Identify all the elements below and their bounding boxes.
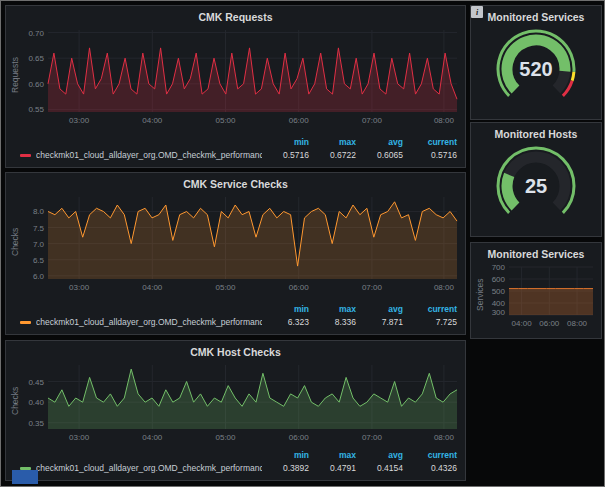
stat-avg: 0.6065 — [358, 149, 403, 162]
svg-text:0.55: 0.55 — [28, 105, 44, 114]
grafana-dashboard: CMK Requests Requests 0.550.600.650.7003… — [0, 0, 605, 487]
cmk-service-checks-chart[interactable]: 6.06.57.07.58.003:0004:0005:0006:0007:00… — [22, 192, 461, 292]
cmk-requests-chart[interactable]: 0.550.600.650.7003:0004:0005:0006:0007:0… — [22, 25, 461, 125]
panel-monitored-services-gauge: i Monitored Services 520 — [470, 5, 602, 120]
stat-current: 7.725 — [405, 316, 457, 329]
y-axis-label: Checks — [10, 192, 22, 292]
panel-title-cmk-requests[interactable]: CMK Requests — [10, 10, 461, 25]
svg-text:600: 600 — [492, 275, 506, 284]
panel-cmk-service-checks: CMK Service Checks Checks 6.06.57.07.58.… — [5, 172, 466, 335]
svg-text:05:00: 05:00 — [215, 116, 236, 125]
svg-text:05:00: 05:00 — [215, 433, 236, 442]
svg-text:06:00: 06:00 — [289, 433, 310, 442]
svg-text:08:00: 08:00 — [434, 433, 455, 442]
monitored-services-trend-chart[interactable]: 30040050060070004:0006:0008:00 — [487, 262, 597, 328]
svg-text:0.35: 0.35 — [28, 419, 44, 428]
svg-text:6.0: 6.0 — [33, 272, 45, 281]
stat-min: 0.3892 — [264, 462, 309, 475]
svg-text:8.0: 8.0 — [33, 207, 45, 216]
stat-avg: 0.4154 — [358, 462, 403, 475]
panel-title-cmk-host-checks[interactable]: CMK Host Checks — [10, 345, 461, 360]
svg-text:03:00: 03:00 — [69, 283, 90, 292]
svg-text:08:00: 08:00 — [434, 283, 455, 292]
legend-header-min[interactable]: min — [264, 449, 309, 462]
svg-text:08:00: 08:00 — [567, 319, 588, 328]
svg-text:03:00: 03:00 — [69, 433, 90, 442]
svg-text:700: 700 — [492, 263, 506, 272]
series-color-marker — [20, 154, 31, 157]
stat-max: 0.6722 — [311, 149, 356, 162]
cmk-host-checks-chart[interactable]: 0.350.400.4503:0004:0005:0006:0007:0008:… — [22, 360, 461, 442]
svg-text:06:00: 06:00 — [289, 283, 310, 292]
series-label[interactable]: checkmk01_cloud_alldayer_org.OMD_checkmk… — [36, 316, 262, 329]
blue-accent-badge — [12, 470, 38, 484]
panel-title-cmk-service-checks[interactable]: CMK Service Checks — [10, 177, 461, 192]
panel-title-monitored-hosts[interactable]: Monitored Hosts — [475, 127, 597, 142]
panel-monitored-services-trend: Monitored Services Services 300400500600… — [470, 242, 602, 339]
svg-text:0.40: 0.40 — [28, 398, 44, 407]
stat-max: 8.336 — [311, 316, 356, 329]
y-axis-label: Checks — [10, 360, 22, 442]
svg-text:6.5: 6.5 — [33, 256, 45, 265]
svg-text:500: 500 — [492, 287, 506, 296]
svg-text:04:00: 04:00 — [512, 319, 533, 328]
svg-text:07:00: 07:00 — [362, 283, 383, 292]
svg-text:06:00: 06:00 — [289, 116, 310, 125]
legend-header-avg[interactable]: avg — [358, 303, 403, 316]
legend-header-max[interactable]: max — [311, 449, 356, 462]
legend-header-avg[interactable]: avg — [358, 136, 403, 149]
svg-text:04:00: 04:00 — [142, 433, 163, 442]
svg-text:7.0: 7.0 — [33, 240, 45, 249]
panel-cmk-requests: CMK Requests Requests 0.550.600.650.7003… — [5, 5, 466, 168]
legend-header-max[interactable]: max — [311, 136, 356, 149]
legend: min max avg current checkmk01_cloud_alld… — [10, 136, 461, 163]
svg-text:07:00: 07:00 — [362, 433, 383, 442]
svg-text:08:00: 08:00 — [434, 116, 455, 125]
legend-header-current[interactable]: current — [405, 303, 457, 316]
panel-title-monitored-services-trend[interactable]: Monitored Services — [475, 247, 597, 262]
svg-text:07:00: 07:00 — [362, 116, 383, 125]
panel-title-monitored-services[interactable]: Monitored Services — [475, 10, 597, 25]
legend-header-max[interactable]: max — [311, 303, 356, 316]
svg-text:0.60: 0.60 — [28, 80, 44, 89]
svg-text:05:00: 05:00 — [215, 283, 236, 292]
panel-cmk-host-checks: CMK Host Checks Checks 0.350.400.4503:00… — [5, 340, 466, 481]
stat-max: 0.4791 — [311, 462, 356, 475]
svg-text:300: 300 — [492, 308, 506, 317]
svg-text:04:00: 04:00 — [142, 116, 163, 125]
legend-header-avg[interactable]: avg — [358, 449, 403, 462]
svg-text:06:00: 06:00 — [539, 319, 560, 328]
stat-min: 6.323 — [264, 316, 309, 329]
legend-header-min[interactable]: min — [264, 303, 309, 316]
svg-text:0.70: 0.70 — [28, 29, 44, 38]
panel-info-icon[interactable]: i — [471, 6, 483, 18]
svg-text:03:00: 03:00 — [69, 116, 90, 125]
series-color-marker — [20, 321, 31, 324]
legend-header-current[interactable]: current — [405, 136, 457, 149]
svg-text:04:00: 04:00 — [142, 283, 163, 292]
panel-monitored-hosts-gauge: Monitored Hosts 25 — [470, 122, 602, 237]
legend: min max avg current checkmk01_cloud_alld… — [10, 303, 461, 330]
legend-header-current[interactable]: current — [405, 449, 457, 462]
gauge-value: 25 — [480, 175, 592, 198]
svg-text:0.65: 0.65 — [28, 54, 44, 63]
gauge-value: 520 — [480, 58, 592, 81]
stat-min: 0.5716 — [264, 149, 309, 162]
stat-avg: 7.871 — [358, 316, 403, 329]
stat-current: 0.4326 — [405, 462, 457, 475]
svg-text:0.45: 0.45 — [28, 378, 44, 387]
series-label[interactable]: checkmk01_cloud_alldayer_org.OMD_checkmk… — [36, 149, 262, 162]
legend: min max avg current checkmk01_cloud_alld… — [10, 449, 461, 476]
svg-text:400: 400 — [492, 299, 506, 308]
svg-text:7.5: 7.5 — [33, 224, 45, 233]
y-axis-label: Services — [475, 262, 487, 328]
series-label[interactable]: checkmk01_cloud_alldayer_org.OMD_checkmk… — [36, 462, 262, 475]
stat-current: 0.5716 — [405, 149, 457, 162]
legend-header-min[interactable]: min — [264, 136, 309, 149]
y-axis-label: Requests — [10, 25, 22, 125]
